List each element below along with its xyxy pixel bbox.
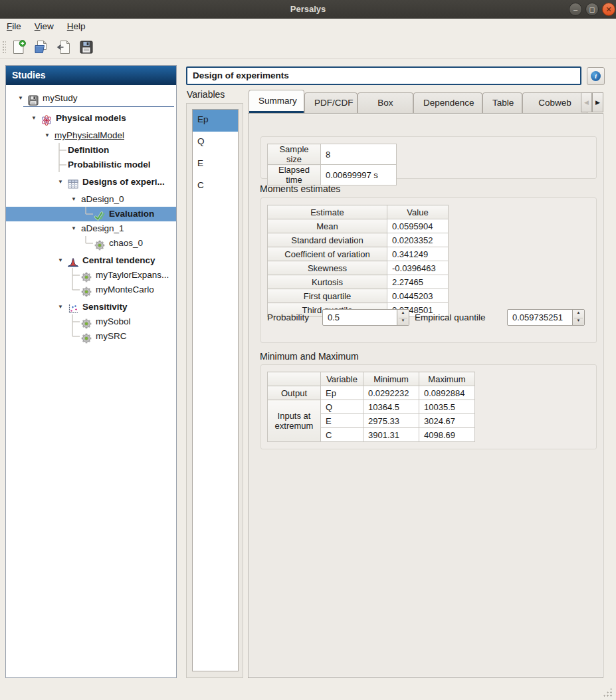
tree-item-myphysicalmodel[interactable]: ▼myPhysicalModel	[6, 128, 176, 143]
tree-branch-line	[58, 158, 67, 172]
close-button[interactable]: ✕	[602, 3, 615, 16]
toolbar-drag-handle[interactable]	[2, 41, 6, 54]
variables-label: Variables	[187, 89, 225, 100]
table-row: Standard deviation0.0203352	[268, 233, 449, 247]
tree-branch-line	[71, 268, 80, 283]
table-header-cell: Value	[387, 205, 449, 219]
minmax-groupbox: VariableMinimumMaximumOutputEp0.02922320…	[260, 364, 597, 449]
tab-bar: SummaryPDF/CDFBox plotsDependenceTableCo…	[249, 90, 603, 113]
open-study-button[interactable]	[32, 38, 51, 57]
tree-branch-line	[58, 143, 67, 158]
save-button[interactable]	[77, 38, 96, 57]
tree-item-mymontecarlo[interactable]: myMonteCarlo	[6, 283, 176, 297]
window-resize-grip[interactable]	[603, 687, 612, 697]
expander-icon[interactable]: ▼	[45, 128, 54, 143]
tab-summary[interactable]: Summary	[249, 90, 304, 113]
menu-file[interactable]: File	[0, 19, 28, 33]
expander-icon[interactable]: ▼	[58, 253, 67, 268]
tree-item-label: aDesign_1	[80, 221, 124, 236]
studies-panel-header: Studies	[6, 66, 176, 85]
save-icon	[27, 92, 42, 104]
moments-estimates-label: Moments estimates	[260, 183, 340, 194]
toolbar	[0, 35, 616, 59]
tree-item-physical-models[interactable]: ▼Physical models	[6, 111, 176, 126]
tree-item-designs-of-experi[interactable]: ▼Designs of experi...	[6, 175, 176, 189]
tree-item-definition[interactable]: Definition	[6, 143, 176, 158]
table-header-row: EstimateValue	[268, 205, 449, 219]
tree-item-mytaylorexpans[interactable]: myTaylorExpans...	[6, 268, 176, 283]
minimize-button[interactable]: –	[569, 3, 582, 16]
info-button[interactable]: i	[587, 67, 605, 85]
table-value-cell: 10364.5	[363, 400, 419, 414]
studies-panel: Studies ▼myStudy▼Physical models▼myPhysi…	[5, 65, 177, 678]
menu-help[interactable]: Help	[60, 19, 92, 33]
tree-item-mysrc[interactable]: mySRC	[6, 329, 176, 344]
expander-icon[interactable]: ▼	[71, 192, 80, 207]
spin-down-icon[interactable]	[573, 318, 584, 326]
tab-cobweb-plot[interactable]: Cobweb plot	[522, 92, 587, 113]
import-script-button[interactable]	[54, 38, 73, 57]
tab-table[interactable]: Table	[482, 92, 522, 113]
bell-curve-icon	[67, 255, 82, 267]
expander-icon[interactable]: ▼	[58, 300, 67, 314]
table-value-cell: -0.0396463	[387, 261, 449, 275]
table-header-cell: Estimate	[268, 205, 387, 219]
tree-item-chaos-0[interactable]: chaos_0	[6, 236, 176, 251]
table-header-cell: Mean	[268, 219, 387, 233]
tree-branch-line	[84, 207, 94, 221]
empirical-quantile-spinbox[interactable]: 0.059735251	[507, 309, 585, 326]
tab-dependence[interactable]: Dependence	[413, 92, 482, 113]
new-document-icon	[11, 47, 27, 57]
expander-icon[interactable]: ▼	[18, 91, 27, 106]
tree-item-adesign-1[interactable]: ▼aDesign_1	[6, 221, 176, 236]
maximize-icon: ◻	[589, 3, 595, 15]
double-check-icon	[94, 208, 108, 220]
table-value-cell: 0.0292232	[363, 386, 419, 400]
tree-item-label: chaos_0	[108, 236, 143, 251]
variables-list: EpQEC	[192, 109, 239, 671]
table-row: Coefficient of variation0.341249	[268, 247, 449, 261]
tree-item-label: Physical models	[55, 111, 126, 126]
study-tree: ▼myStudy▼Physical models▼myPhysicalModel…	[6, 85, 176, 344]
table-header-row: VariableMinimumMaximum	[268, 372, 475, 386]
panel-splitter[interactable]	[177, 65, 185, 678]
tree-item-probabilistic-model[interactable]: Probabilistic model	[6, 158, 176, 172]
menu-view[interactable]: View	[28, 19, 60, 33]
table-header-cell	[268, 372, 321, 386]
tree-item-mysobol[interactable]: mySobol	[6, 314, 176, 329]
variable-item-q[interactable]: Q	[193, 132, 238, 154]
table-value-cell: 2975.33	[363, 414, 419, 428]
tree-item-adesign-0[interactable]: ▼aDesign_0	[6, 192, 176, 207]
table-value-cell: 0.0595904	[387, 219, 449, 233]
table-value-cell: 2.27465	[387, 275, 449, 289]
tab-scroll-right-button[interactable]: ▶	[592, 92, 603, 112]
tree-item-sensitivity[interactable]: ▼Sensitivity	[6, 300, 176, 314]
tab-pdf-cdf[interactable]: PDF/CDF	[304, 92, 358, 113]
analysis-title-field[interactable]: Design of experiments	[186, 66, 581, 85]
tree-item-mystudy[interactable]: ▼myStudy	[6, 91, 176, 106]
empirical-quantile-spin-arrows	[572, 310, 584, 325]
variable-item-c[interactable]: C	[193, 175, 238, 197]
tree-branch-line	[71, 314, 80, 329]
tree-item-evaluation[interactable]: Evaluation	[6, 207, 176, 221]
tab-box-plots[interactable]: Box plots	[358, 92, 413, 113]
probability-spinbox[interactable]: 0.5	[322, 309, 409, 326]
table-header-cell: Coefficient of variation	[268, 247, 387, 261]
table-row: Elapsed time0.00699997 s	[268, 165, 397, 185]
scatter-icon	[67, 301, 82, 313]
expander-icon[interactable]: ▼	[31, 111, 41, 126]
spin-down-icon[interactable]	[397, 318, 409, 326]
variable-item-ep[interactable]: Ep	[193, 110, 238, 132]
gear-icon	[80, 284, 95, 296]
table-header-cell: Output	[268, 386, 321, 400]
table-row: Inputs at extremumQ10364.510035.5	[268, 400, 475, 414]
tree-item-central-tendency[interactable]: ▼Central tendency	[6, 253, 176, 268]
new-study-button[interactable]	[9, 38, 28, 57]
tab-scroll-left-button[interactable]: ◀	[581, 92, 592, 112]
variable-item-e[interactable]: E	[193, 154, 238, 175]
expander-icon[interactable]: ▼	[71, 221, 80, 236]
maximize-button[interactable]: ◻	[585, 3, 599, 16]
expander-icon[interactable]: ▼	[58, 175, 67, 189]
floppy-icon	[78, 47, 94, 57]
tree-item-label: myMonteCarlo	[95, 283, 154, 297]
